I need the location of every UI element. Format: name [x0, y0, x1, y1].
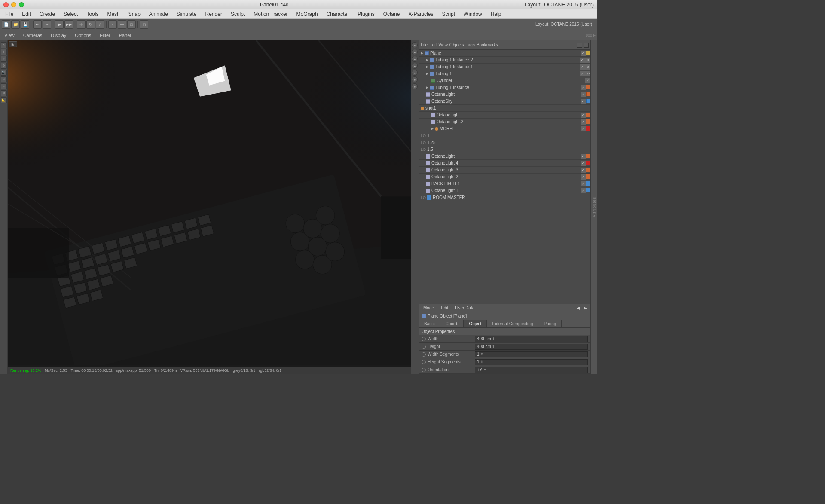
menu-animate[interactable]: Animate	[147, 10, 170, 18]
octlight1-vis-btn[interactable]: ✓	[581, 92, 586, 97]
edit-btn[interactable]: Edit	[438, 305, 451, 311]
octlight4b-vis-btn[interactable]: ✓	[581, 161, 586, 166]
t1-vis-btn[interactable]: ✓	[580, 71, 585, 76]
poly-mode-btn[interactable]: □	[127, 20, 136, 29]
tree-item-plane[interactable]: ▶ Plane ✓	[419, 50, 590, 57]
vs-btn-2[interactable]: ●	[412, 49, 418, 55]
vs-btn-7[interactable]: ●	[412, 83, 418, 89]
cyl-vis-btn[interactable]: ✓	[585, 78, 590, 83]
tab-basic[interactable]: Basic	[419, 320, 440, 327]
ti2-vis-btn[interactable]: ✓	[580, 58, 585, 63]
wseg-value[interactable]: 1 ⬆	[475, 351, 588, 357]
menu-render[interactable]: Render	[204, 10, 224, 18]
tab-object[interactable]: Object	[464, 320, 487, 327]
tool-move[interactable]: ✛	[1, 49, 7, 55]
menu-mograph[interactable]: MoGraph	[295, 10, 320, 18]
menu-script[interactable]: Script	[440, 10, 457, 18]
tree-item-octlight3b[interactable]: OctaneLight.3 ✓	[419, 167, 590, 174]
filter-btn[interactable]	[584, 43, 589, 48]
menu-octane[interactable]: Octane	[382, 10, 402, 18]
select-all-btn[interactable]: ◻	[140, 20, 148, 29]
menu-motion-tracker[interactable]: Motion Tracker	[252, 10, 289, 18]
orient-value[interactable]: +Y ▼	[475, 367, 588, 373]
render-btn[interactable]: ▶▶	[64, 20, 73, 29]
mode-btn[interactable]: Mode	[421, 305, 437, 311]
edit-menu-btn[interactable]: Edit	[429, 43, 437, 47]
height-value[interactable]: 400 cm ⬆	[475, 344, 588, 350]
menu-mesh[interactable]: Mesh	[105, 10, 121, 18]
tool-magnet[interactable]: ⊕	[1, 90, 7, 96]
menu-snap[interactable]: Snap	[127, 10, 142, 18]
menu-file[interactable]: File	[3, 10, 15, 18]
edge-mode-btn[interactable]: —	[118, 20, 126, 29]
cameras-tab[interactable]: Cameras	[21, 32, 45, 39]
maximize-button[interactable]	[19, 2, 24, 7]
tinst-vis-btn[interactable]: ✓	[581, 85, 586, 90]
menu-create[interactable]: Create	[38, 10, 57, 18]
tab-ext-comp[interactable]: External Compositing	[487, 320, 538, 327]
objects-menu-btn[interactable]: Objects	[449, 43, 464, 47]
ti2-lock-btn[interactable]: ⚙	[585, 58, 590, 63]
minimize-button[interactable]	[11, 2, 16, 7]
tree-item-octlight2[interactable]: OctaneLight ✓	[419, 112, 590, 119]
menu-plugins[interactable]: Plugins	[356, 10, 376, 18]
height-stepper[interactable]: ⬆	[492, 345, 495, 348]
octlight3b-vis-btn[interactable]: ✓	[581, 168, 586, 173]
ti1-lock-btn[interactable]: ⚙	[585, 64, 590, 70]
tree-item-lo1[interactable]: LO 1	[419, 132, 590, 139]
vs-btn-1[interactable]: ●	[412, 42, 418, 48]
menu-xparticles[interactable]: X-Particles	[406, 10, 435, 18]
props-nav-fwd[interactable]: ▶	[584, 305, 589, 311]
tree-item-octlight1b[interactable]: OctaneLight.1 ✓	[419, 187, 590, 194]
scale-btn[interactable]: ⤢	[96, 20, 104, 29]
tree-item-tubing1-inst2[interactable]: ▶ Tubing 1 Instance.2 ✓ ⚙	[419, 57, 590, 64]
hseg-value[interactable]: 1 ⬆	[475, 359, 588, 365]
close-button[interactable]	[3, 2, 9, 7]
tool-select[interactable]: ↖	[1, 42, 7, 48]
tool-light[interactable]: ☀	[1, 76, 7, 82]
tree-item-octlight4[interactable]: OctaneLight ✓	[419, 153, 590, 160]
tree-item-tubing1-inst1[interactable]: ▶ Tubing 1 Instance.1 ✓ ⚙	[419, 64, 590, 70]
filter-tab[interactable]: Filter	[97, 32, 113, 39]
tree-item-tubing1-inst[interactable]: ▶ Tubing 1 Instance ✓	[419, 84, 590, 91]
userdata-btn[interactable]: User Data	[452, 305, 477, 311]
point-mode-btn[interactable]: ·	[108, 20, 117, 29]
menu-sculpt[interactable]: Sculpt	[229, 10, 247, 18]
t1-tag-btn[interactable]: 🏷	[585, 71, 590, 76]
open-btn[interactable]: 📁	[11, 20, 20, 29]
tree-item-lo125[interactable]: LO 1.25	[419, 139, 590, 146]
tree-item-morph[interactable]: ▶ MORPH ✓	[419, 125, 590, 132]
redo-btn[interactable]: ↪	[43, 20, 51, 29]
hseg-stepper[interactable]: ⬆	[480, 360, 483, 364]
plane-vis-btn[interactable]: ✓	[581, 51, 586, 56]
wseg-stepper[interactable]: ⬆	[480, 352, 483, 356]
menu-tools[interactable]: Tools	[85, 10, 100, 18]
props-nav-back[interactable]: ◀	[577, 305, 582, 311]
octlight2b-vis-btn[interactable]: ✓	[581, 174, 586, 180]
orient-dropdown[interactable]: ▼	[483, 368, 487, 372]
display-tab[interactable]: Display	[48, 32, 69, 39]
octlight1b-vis-btn[interactable]: ✓	[581, 188, 586, 193]
vs-btn-5[interactable]: ●	[412, 70, 418, 76]
viewport[interactable]: ⊞ Rendering: 10.2% Ms/Sec: 2.53 Time: 00…	[8, 40, 411, 374]
view-menu-btn[interactable]: View	[438, 43, 448, 47]
width-value[interactable]: 400 cm ⬆	[475, 336, 588, 342]
tree-item-octlight3[interactable]: OctaneLight.2 ✓	[419, 119, 590, 125]
octlight4-vis-btn[interactable]: ✓	[581, 154, 586, 159]
viewport-mode-btn[interactable]: ⊞	[9, 41, 17, 47]
octlight3-vis-btn[interactable]: ✓	[581, 119, 586, 125]
tree-item-octsky[interactable]: OctaneSky ✓	[419, 98, 590, 105]
menu-simulate[interactable]: Simulate	[175, 10, 199, 18]
render-region-btn[interactable]: ▶	[55, 20, 64, 29]
tool-camera[interactable]: 📷	[1, 70, 7, 76]
panel-tab[interactable]: Panel	[116, 32, 134, 39]
tool-scale[interactable]: ⤢	[1, 56, 7, 62]
tool-rotate[interactable]: ↻	[1, 63, 7, 69]
tool-paint[interactable]: ✏	[1, 83, 7, 89]
save-btn[interactable]: 💾	[21, 20, 29, 29]
menu-help[interactable]: Help	[489, 10, 503, 18]
backlight-vis-btn[interactable]: ✓	[581, 181, 586, 186]
tree-item-roommaster[interactable]: LO ROOM MASTER	[419, 194, 590, 201]
tree-item-shot1[interactable]: shot1	[419, 105, 590, 112]
tree-item-octlight1[interactable]: OctaneLight ✓	[419, 91, 590, 98]
